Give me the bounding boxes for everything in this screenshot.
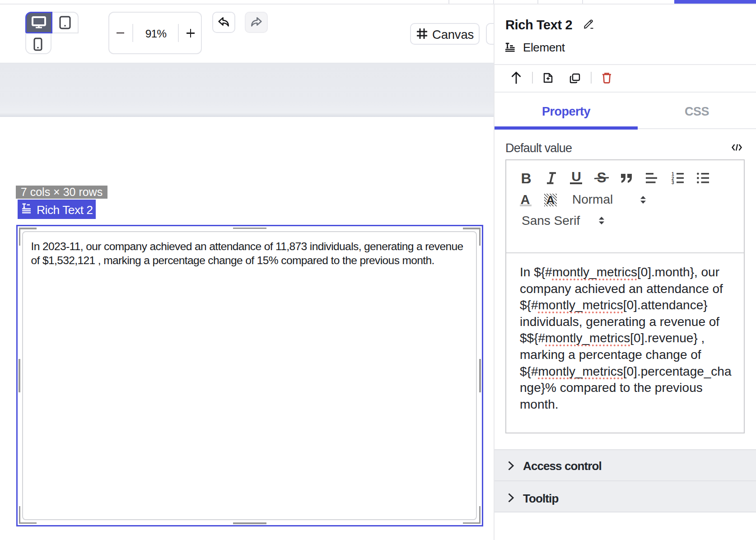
svg-text:3: 3 [672,180,674,184]
